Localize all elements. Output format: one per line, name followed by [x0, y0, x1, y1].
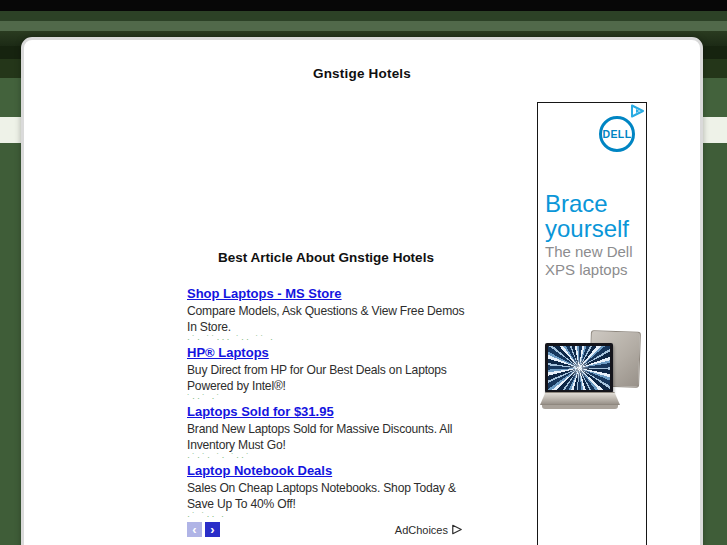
- laptop-keyboard-base: [540, 392, 620, 405]
- ad-description: Buy Direct from HP for Our Best Deals on…: [187, 363, 465, 394]
- ad-url-remnant: ˙··˙ ·˙: [187, 394, 465, 401]
- content-box: Gnstige Hotels Best Article About Gnstig…: [21, 37, 703, 545]
- page-title: Gnstige Hotels: [24, 66, 700, 81]
- dell-skyscraper-ad[interactable]: DELL Brace yourself The new Dell XPS lap…: [537, 102, 647, 545]
- ad-link-hp-laptops[interactable]: HP® Laptops: [187, 345, 269, 360]
- adchoices-triangle-icon[interactable]: [630, 104, 645, 118]
- ad-item: Shop Laptops - MS Store Compare Models, …: [187, 284, 465, 342]
- page: Gnstige Hotels Best Article About Gnstig…: [0, 0, 727, 545]
- ad-url-remnant: ·˙ ˙·· ·: [187, 512, 465, 519]
- ad-item: Laptops Sold for $31.95 Brand New Laptop…: [187, 402, 465, 460]
- ad-item: Laptop Notebook Deals Sales On Cheap Lap…: [187, 461, 465, 519]
- text-ad-unit: Best Article About Gnstige Hotels Shop L…: [187, 250, 465, 537]
- ad-url-remnant: ·˙· ˙˙··· ˙·· ˙˙ ·: [187, 335, 465, 342]
- laptop-base-edge: [542, 405, 618, 409]
- ad-description: Brand New Laptops Sold for Massive Disco…: [187, 422, 465, 453]
- dell-subline-line1: The new Dell: [545, 243, 633, 261]
- ad-pager: ‹ ›: [187, 522, 220, 537]
- dell-headline-line1: Brace: [545, 191, 629, 216]
- ad-link-notebook-deals[interactable]: Laptop Notebook Deals: [187, 463, 332, 478]
- ad-description: Sales On Cheap Laptops Notebooks. Shop T…: [187, 481, 465, 512]
- ad-link-shop-laptops[interactable]: Shop Laptops - MS Store: [187, 286, 342, 301]
- adchoices-triangle-icon: [451, 524, 463, 535]
- laptop-screen-starburst: [548, 346, 610, 390]
- dell-subline-line2: XPS laptops: [545, 261, 633, 279]
- dell-subline: The new Dell XPS laptops: [545, 243, 633, 278]
- dell-headline-line2: yourself: [545, 216, 629, 241]
- ad-url-remnant: ·˙·˙· ˙· ˙··˙: [187, 453, 465, 460]
- ad-footer: ‹ › AdChoices: [187, 522, 465, 537]
- ad-prev-button[interactable]: ‹: [187, 522, 202, 537]
- article-heading: Best Article About Gnstige Hotels: [187, 250, 465, 265]
- dell-headline: Brace yourself: [545, 191, 629, 241]
- ad-item: HP® Laptops Buy Direct from HP for Our B…: [187, 343, 465, 401]
- laptop-screen: [545, 343, 613, 393]
- adchoices-label[interactable]: AdChoices: [395, 524, 448, 536]
- adchoices[interactable]: AdChoices: [395, 524, 463, 536]
- dell-logo-text: DELL: [602, 128, 631, 140]
- ad-link-laptops-sold[interactable]: Laptops Sold for $31.95: [187, 404, 334, 419]
- ad-description: Compare Models, Ask Questions & View Fre…: [187, 304, 465, 335]
- ad-next-button[interactable]: ›: [205, 522, 220, 537]
- dell-logo: DELL: [599, 116, 635, 152]
- laptop-product-image: [540, 325, 646, 455]
